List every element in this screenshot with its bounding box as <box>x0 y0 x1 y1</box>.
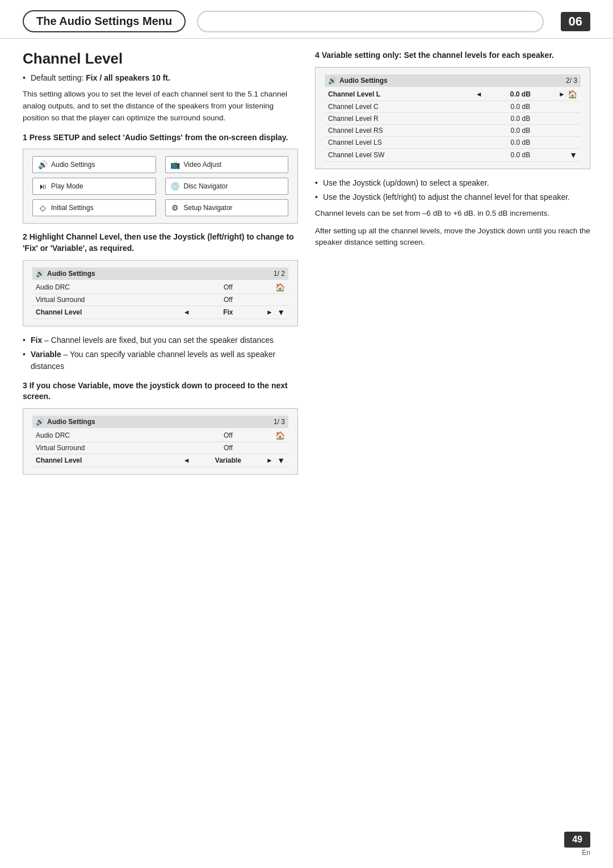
menu3-row-virtual-label: Virtual Surround <box>36 444 182 452</box>
menu4-row-cl-ls-label: Channel Level LS <box>328 139 474 146</box>
menu4-row-cl-r-value: 0.0 dB <box>484 115 557 123</box>
menu3-row-virtual-value: Off <box>192 444 264 452</box>
step3-heading: 3 If you chose Variable, move the joysti… <box>23 380 298 402</box>
menu3-row-channellevel-arrow-left: ◄ <box>182 456 192 464</box>
menu4-row-cl-l-value: 0.0 dB <box>484 90 557 98</box>
menu4-row-cl-sw-label: Channel Level SW <box>328 151 474 159</box>
setup-item-setup-navigator-label: Setup Navigator <box>184 204 233 212</box>
main-content: Channel Level Default setting: Fix / all… <box>0 44 613 500</box>
menu4-row-cl-rs-label: Channel Level RS <box>328 127 474 135</box>
page-title: The Audio Settings Menu <box>23 10 186 32</box>
menu4-header: 🔊 Audio Settings 2/ 3 <box>325 74 581 87</box>
menu4-row-cl-rs-value: 0.0 dB <box>484 127 557 135</box>
step4-bullet-2: Use the Joystick (left/right) to adjust … <box>315 191 590 203</box>
menu3-icon: 🔊 <box>36 418 44 426</box>
default-setting-list: Default setting: Fix / all speakers 10 f… <box>23 72 298 84</box>
setup-item-initial-settings-label: Initial Settings <box>51 204 94 212</box>
menu2-title: Audio Settings <box>47 270 95 278</box>
menu3-row-channellevel-icon: ▼ <box>275 456 285 465</box>
section-title: Channel Level <box>23 50 298 68</box>
setup-menu-box: 🔊 Audio Settings 📺 Video Adjust ⏯ Play M… <box>23 149 298 224</box>
menu4-icon: 🔊 <box>328 77 337 85</box>
page-number: 49 <box>564 832 590 848</box>
menu2-page: 1/ 2 <box>274 270 285 278</box>
menu2-row-virtual-label: Virtual Surround <box>36 296 182 304</box>
setup-grid: 🔊 Audio Settings 📺 Video Adjust ⏯ Play M… <box>32 156 288 216</box>
chapter-number: 06 <box>561 12 590 31</box>
menu2-icon: 🔊 <box>36 270 44 278</box>
menu4-row-cl-sw-icon: ▼ <box>567 150 577 160</box>
menu4-box: 🔊 Audio Settings 2/ 3 Channel Level L ◄ … <box>315 67 590 169</box>
menu4-row-cl-c-value: 0.0 dB <box>484 103 557 111</box>
setup-item-audio-settings-label: Audio Settings <box>51 161 95 169</box>
menu4-row-cl-rs: Channel Level RS 0.0 dB <box>325 125 581 137</box>
menu4-row-cl-ls-value: 0.0 dB <box>484 139 557 146</box>
menu3-box: 🔊 Audio Settings 1/ 3 Audio DRC Off 🏠 Vi… <box>23 408 298 475</box>
menu4-row-cl-l-arrow-left: ◄ <box>474 90 484 98</box>
menu2-row-channellevel: Channel Level ◄ Fix ► ▼ <box>32 306 288 319</box>
menu2-row-channellevel-icon: ▼ <box>275 308 285 317</box>
initial-settings-icon: ◇ <box>37 203 48 213</box>
body-text-after-setting: After setting up all the channel levels,… <box>315 225 590 249</box>
setup-item-disc-navigator: 💿 Disc Navigator <box>165 178 289 195</box>
step4-bullet-list: Use the Joystick (up/down) to select a s… <box>315 177 590 203</box>
left-column: Channel Level Default setting: Fix / all… <box>23 50 298 483</box>
menu2-row-audiodrc-icon: 🏠 <box>275 283 285 292</box>
menu4-header-icon: 🔊 Audio Settings <box>328 77 388 85</box>
menu2-row-channellevel-arrow-left: ◄ <box>182 308 192 316</box>
step4-heading: 4 Variable setting only: Set the channel… <box>315 50 590 61</box>
menu4-row-cl-sw: Channel Level SW 0.0 dB ▼ <box>325 149 581 162</box>
page-header: The Audio Settings Menu 06 <box>0 0 613 39</box>
menu3-row-audiodrc-value: Off <box>192 431 264 439</box>
right-column: 4 Variable setting only: Set the channel… <box>315 50 590 483</box>
menu2-header-icon: 🔊 Audio Settings <box>36 270 95 278</box>
setup-navigator-icon: ⚙ <box>170 203 180 213</box>
setup-item-video-adjust-label: Video Adjust <box>184 161 222 169</box>
menu3-row-virtual: Virtual Surround Off <box>32 442 288 454</box>
setup-item-audio-settings: 🔊 Audio Settings <box>32 156 156 173</box>
page-lang: En <box>582 849 590 857</box>
menu3-row-channellevel-value: Variable <box>192 456 264 464</box>
play-mode-icon: ⏯ <box>37 181 48 191</box>
body-text-db-range: Channel levels can be set from –6 dB to … <box>315 208 590 220</box>
menu4-row-cl-ls: Channel Level LS 0.0 dB <box>325 137 581 149</box>
menu2-row-audiodrc-value: Off <box>192 283 264 291</box>
menu4-row-cl-c: Channel Level C 0.0 dB <box>325 101 581 113</box>
setup-item-disc-navigator-label: Disc Navigator <box>184 182 228 190</box>
menu2-row-channellevel-label: Channel Level <box>36 308 182 316</box>
menu2-row-audiodrc-label: Audio DRC <box>36 283 182 291</box>
step2-heading: 2 Highlight Channel Level, then use the … <box>23 232 298 254</box>
menu3-row-audiodrc-label: Audio DRC <box>36 431 182 439</box>
setup-item-video-adjust: 📺 Video Adjust <box>165 156 289 173</box>
page-footer: 49 En <box>564 832 590 857</box>
disc-navigator-icon: 💿 <box>170 181 180 191</box>
menu4-row-cl-c-label: Channel Level C <box>328 103 474 111</box>
default-setting-value: Fix / all speakers 10 ft. <box>86 73 170 82</box>
menu3-row-channellevel-arrow-right: ► <box>264 456 275 464</box>
menu4-row-cl-l-arrow-right: ► <box>557 90 567 98</box>
menu3-page: 1/ 3 <box>274 418 285 426</box>
header-spacer <box>197 11 543 32</box>
menu2-row-audiodrc: Audio DRC Off 🏠 <box>32 281 288 294</box>
menu2-row-channellevel-value: Fix <box>192 308 264 316</box>
menu2-header: 🔊 Audio Settings 1/ 2 <box>32 267 288 280</box>
menu3-row-audiodrc-icon: 🏠 <box>275 431 285 440</box>
step4-bullet-1: Use the Joystick (up/down) to select a s… <box>315 177 590 189</box>
setup-item-play-mode-label: Play Mode <box>51 182 83 190</box>
menu4-row-cl-l-label: Channel Level L <box>328 90 474 98</box>
step1-heading: 1 Press SETUP and select 'Audio Settings… <box>23 132 298 144</box>
intro-body-text: This setting allows you to set the level… <box>23 89 298 124</box>
menu4-row-cl-r: Channel Level R 0.0 dB <box>325 113 581 125</box>
menu4-title: Audio Settings <box>339 77 388 85</box>
menu4-page: 2/ 3 <box>566 77 577 85</box>
menu3-row-channellevel-label: Channel Level <box>36 456 182 464</box>
audio-settings-icon: 🔊 <box>37 160 48 170</box>
fix-variable-list: Fix – Channel levels are fixed, but you … <box>23 334 298 372</box>
menu4-row-cl-l: Channel Level L ◄ 0.0 dB ► 🏠 <box>325 88 581 101</box>
menu4-row-cl-sw-value: 0.0 dB <box>484 151 557 159</box>
menu4-row-cl-r-label: Channel Level R <box>328 115 474 123</box>
setup-item-initial-settings: ◇ Initial Settings <box>32 199 156 216</box>
menu2-row-virtual: Virtual Surround Off <box>32 294 288 306</box>
setup-item-play-mode: ⏯ Play Mode <box>32 178 156 195</box>
menu3-header: 🔊 Audio Settings 1/ 3 <box>32 416 288 428</box>
